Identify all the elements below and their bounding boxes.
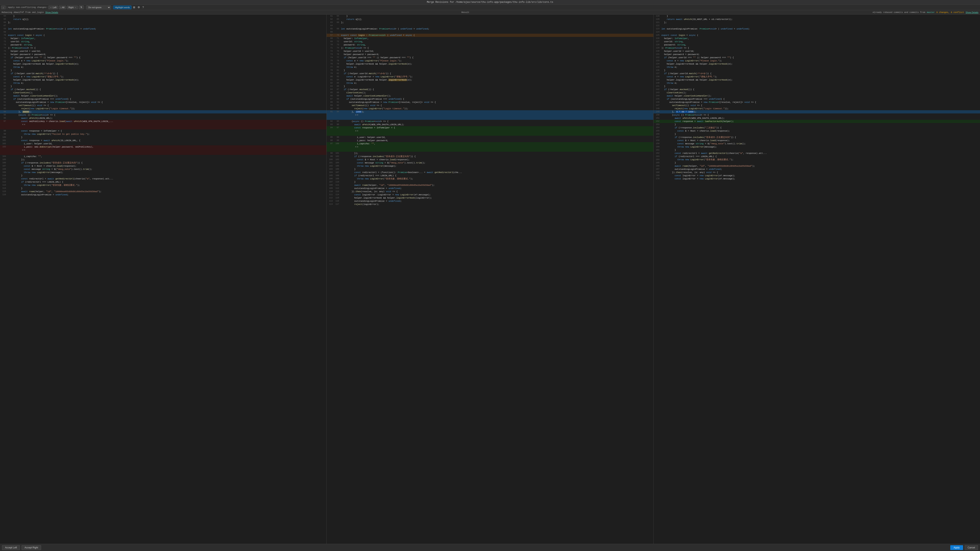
table-row: 105 }); (0, 158, 326, 161)
reject-left-103[interactable]: ✕ (22, 149, 24, 151)
status-bar: Rebasing 40ae1f4f from sm2_login Show De… (0, 10, 980, 14)
middle-pane[interactable]: 6164 } 6265 return q[1]; 6366}; 64 6568l… (327, 14, 653, 544)
apply-right-btn[interactable]: Right → (67, 6, 78, 9)
table-row: 6265 return q[1]; (327, 18, 653, 21)
table-row: 102 i_user: helper.userId, (0, 142, 326, 145)
apply-all-btn[interactable]: ↕ All (59, 6, 66, 9)
table-row: 160 throw new LoginError(message); (654, 145, 980, 149)
table-row: 91 outstandingLoginPromise = new Promise… (0, 101, 326, 104)
table-row: 170 const loginError = new LoginError(e?… (654, 177, 980, 180)
table-row: 159 const message string = $("#msg_note"… (654, 142, 980, 145)
table-row: 6972 userId: string, (327, 40, 653, 43)
reject-mid-94[interactable]: ✕ (355, 130, 356, 132)
table-row: 68let outstandingLoginPromise: Promise<v… (0, 27, 326, 30)
table-row: 100103 const $ = Root = cheerio.load(res… (327, 158, 653, 161)
table-row: 92 setTimeout(() void => { (0, 104, 326, 107)
table-row: 138 const e = new LoginError("请输入学号."); (654, 75, 980, 78)
apply-left-btn[interactable]: ← Left (48, 6, 58, 9)
accept-left-97[interactable]: ✕ (24, 124, 25, 125)
table-row: 120 return await uFetch(ID_HOST_URL + o3… (654, 18, 980, 21)
apply-changes-label: Apply non-conflicting changes: (8, 6, 48, 9)
table-row: 7174): Promise<void> => { (327, 46, 653, 50)
table-row: 111 const redirectUrl = await getRedirec… (0, 177, 326, 180)
apply-btn[interactable]: Apply (950, 545, 963, 550)
table-row: 8689 await helper.clearCookieHandler(); (327, 94, 653, 97)
table-row: 134 helper.loginErrorHook && helper.logi… (654, 62, 980, 65)
table-row: 109112 outstandingLoginPromise = undefin… (327, 187, 653, 190)
table-row: 9093 reject(new LoginError("Login timeou… (327, 107, 653, 110)
table-row: 100 } (0, 136, 326, 139)
table-row: 116 outstandingLoginPromise = undefined; (0, 193, 326, 196)
accept-right-btn[interactable]: Accept Right (22, 545, 41, 550)
bottom-bar: Accept Left Accept Right Apply Cancel (0, 544, 980, 551)
accept-mid-97[interactable]: ✕ (357, 146, 358, 148)
settings-icon-btn[interactable]: ⚙ (137, 5, 141, 9)
table-row: 8487 if (!helper.mocked()) { (327, 88, 653, 91)
download-btn[interactable]: ↓ (1, 6, 6, 9)
table-row: 9598 i_user: helper.userId, (327, 136, 653, 139)
show-details-right-btn[interactable]: Show Details (966, 11, 978, 14)
table-row: 143 clearCookies(); (654, 91, 980, 94)
table-row: 86 } (0, 85, 326, 88)
show-details-left-btn[interactable]: Show Details (45, 11, 58, 14)
table-row: 112 if (redirectUrl === LOGIN_URL) { (0, 180, 326, 184)
table-row: 163 if (redirectUrl === LOGIN_URL) { (654, 155, 980, 158)
accept-mid-91[interactable]: ✕ (357, 114, 358, 116)
table-row: 157 if (!response.includes("登录成功·正在重定向到"… (654, 136, 980, 139)
table-row: 128 password: string, (654, 43, 980, 46)
left-pane[interactable]: 64 } 65 return q[1]; 66}; 67 68let outst… (0, 14, 327, 544)
table-row: 133 const e = new LoginError("Please log… (654, 59, 980, 62)
table-row: 140 throw e; (654, 81, 980, 85)
table-row: 7982 if (!helper.userId.match(/^\d+$/)) … (327, 72, 653, 75)
table-row: 119 } (654, 14, 980, 18)
table-row: 124 (654, 30, 980, 34)
master-label: master (927, 11, 935, 14)
table-row: 129): Promise<void> => { (654, 46, 980, 50)
table-row: 166 await roam(helper, "id", "10000ea055… (654, 164, 980, 168)
reject-mid-97[interactable]: ✕ (355, 146, 356, 148)
ignore-select[interactable]: Do not ignore Ignore whitespace (86, 5, 111, 10)
table-row: 88 clearCookies(); (0, 91, 326, 94)
table-row: 125export const login = async ( (654, 34, 980, 37)
table-row: 101104 const message string = $("#msg_no… (327, 161, 653, 164)
table-row: 87 if (!helper.mocked()) { (0, 88, 326, 91)
title-bar: Merge Revisions for /home/ajax/source/th… (0, 0, 980, 5)
help-icon-btn[interactable]: ? (142, 5, 145, 9)
reject-mid-91[interactable]: ✕ (355, 114, 356, 116)
table-row: 78 const e = new LoginError("Please logi… (0, 59, 326, 62)
table-row: 9699 i_pass: helper.password, (327, 139, 653, 142)
table-row: 144 await helper.clearCookieHandler(); (654, 94, 980, 97)
table-row: 6871 helper: InfoHelper, (327, 37, 653, 40)
rebasing-status: Rebasing 40ae1f4f from sm2_login (2, 11, 44, 14)
table-row: 131 helper.password = password; (654, 53, 980, 56)
conflict-actions-mid-91: ✕ ✕ (355, 114, 358, 116)
table-row: 7073 password: string, (327, 43, 653, 46)
table-row: 9194 }, 1000); ✕ ✕ (327, 110, 653, 120)
layout-icon-btn[interactable]: ⊞ (132, 5, 136, 9)
right-pane[interactable]: 119 } 120 return await uFetch(ID_HOST_UR… (654, 14, 980, 544)
table-row: 83 const e = new LoginError("请输入学号."); (0, 75, 326, 78)
table-row: 64 } (0, 14, 326, 18)
reject-left-97[interactable]: ✕ (22, 124, 24, 125)
table-row: 105108 if (redirectUrl === LOGIN_URL) { (327, 174, 653, 177)
accept-left-103[interactable]: ✕ (24, 149, 25, 151)
cancel-btn[interactable]: Cancel (965, 545, 978, 550)
accept-left-btn[interactable]: Accept Left (2, 545, 20, 550)
table-row: 8184 helper.loginErrorHook && helper.log… (327, 78, 653, 81)
highlight-words-btn[interactable]: Highlight words (113, 6, 131, 9)
table-row: 103 i_pass: sm2.doEncrypt(helper.passwor… (0, 145, 326, 155)
table-row: 96 await uFetch(LOGIN_URL); (0, 117, 326, 120)
table-row: 79 helper.loginErrorHook && helper.login… (0, 62, 326, 65)
table-row: 67 (0, 24, 326, 27)
table-row: 8386 } (327, 85, 653, 88)
table-row: 7477 if (helper.userId === "" || helper.… (327, 56, 653, 59)
table-row: 107110 } (327, 180, 653, 184)
table-row: 114117 reject(loginError); (327, 203, 653, 206)
table-row: 98 const response = InfoHelper = { (0, 129, 326, 133)
table-row: 9295 (async () Promise<void> => { (327, 120, 653, 123)
result-label: Result (461, 11, 469, 14)
table-row: 99 throw new LoginError("Failed to get p… (0, 133, 326, 136)
accept-mid-94[interactable]: ✕ (357, 130, 358, 132)
table-row: 72 userId: string, (0, 40, 326, 43)
sort-btn[interactable]: ⇅ (79, 5, 84, 9)
